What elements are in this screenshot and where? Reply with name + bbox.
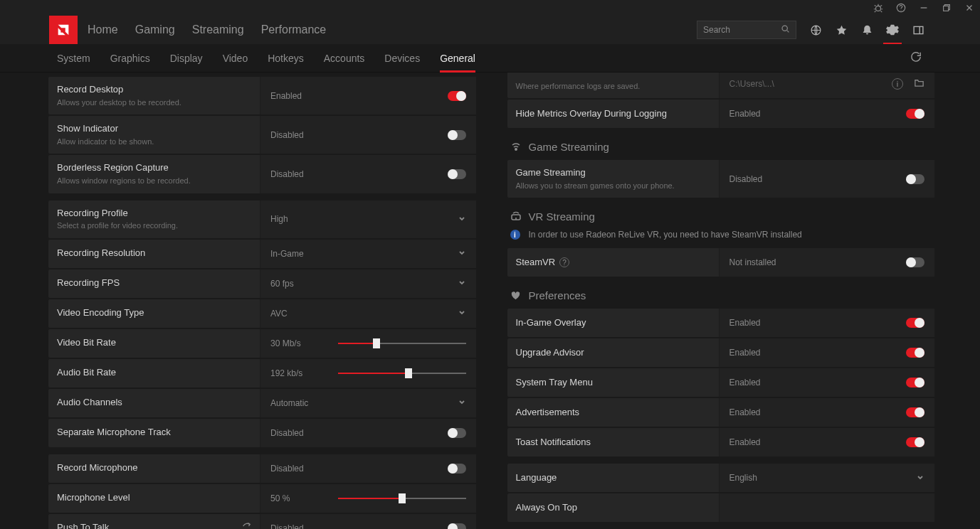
tab-graphics[interactable]: Graphics	[110, 53, 150, 64]
row-ingame-overlay: In-Game Overlay Enabled	[507, 309, 935, 337]
tab-devices[interactable]: Devices	[384, 53, 420, 64]
star-icon[interactable]	[835, 23, 848, 36]
stream-icon	[510, 141, 522, 153]
toggle-overlay[interactable]	[906, 318, 924, 328]
panel-icon[interactable]	[912, 23, 924, 36]
search-input-wrap[interactable]	[697, 21, 796, 39]
nav-streaming[interactable]: Streaming	[192, 23, 244, 36]
row-borderless-capture: Borderless Region CaptureAllows window r…	[48, 155, 476, 193]
info-icon: i	[510, 230, 520, 240]
row-recording-resolution[interactable]: Recording Resolution In-Game	[48, 240, 476, 268]
toggle-ads[interactable]	[906, 407, 924, 417]
minimize-icon[interactable]	[919, 3, 929, 13]
tab-system[interactable]: System	[57, 53, 90, 64]
chevron-down-icon	[458, 248, 466, 259]
bug-icon[interactable]	[873, 3, 883, 13]
row-show-indicator: Show IndicatorAllow indicator to be show…	[48, 116, 476, 154]
vr-icon	[510, 211, 522, 223]
chevron-down-icon	[458, 214, 466, 225]
tab-display[interactable]: Display	[170, 53, 203, 64]
slider-audio-bitrate[interactable]	[338, 368, 466, 378]
section-vr-streaming: VR Streaming	[510, 210, 935, 223]
tab-general[interactable]: General	[440, 53, 475, 64]
toggle-record-mic[interactable]	[448, 464, 466, 474]
tab-accounts[interactable]: Accounts	[324, 53, 365, 64]
row-audio-bitrate: Audio Bit Rate 192 kb/s	[48, 359, 476, 388]
tab-video[interactable]: Video	[223, 53, 248, 64]
svg-point-3	[782, 26, 787, 31]
row-always-on-top: Always On Top	[507, 493, 935, 522]
share-icon[interactable]	[241, 521, 251, 529]
row-video-encoding[interactable]: Video Encoding Type AVC	[48, 299, 476, 328]
svg-rect-2	[944, 6, 949, 11]
svg-point-0	[876, 6, 881, 11]
toggle-record-desktop[interactable]	[448, 91, 466, 101]
search-icon	[781, 24, 790, 36]
bell-icon[interactable]	[860, 23, 873, 36]
section-game-streaming: Game Streaming	[510, 141, 935, 153]
row-system-tray: System Tray Menu Enabled	[507, 368, 935, 397]
close-icon[interactable]	[964, 3, 974, 13]
toggle-game-streaming[interactable]	[906, 174, 924, 184]
row-recording-profile[interactable]: Recording ProfileSelect a profile for vi…	[48, 201, 476, 238]
heart-icon	[510, 290, 522, 301]
slider-mic-level[interactable]	[338, 493, 466, 503]
search-input[interactable]	[703, 25, 776, 35]
amd-logo[interactable]	[49, 16, 78, 44]
toggle-hide-metrics[interactable]	[906, 109, 924, 119]
info-icon[interactable]: i	[892, 78, 903, 90]
toggle-upgrade[interactable]	[906, 348, 924, 358]
row-perf-log-path: Where performance logs are saved. C:\Use…	[507, 73, 935, 98]
chevron-down-icon	[916, 473, 924, 483]
toggle-ptt[interactable]	[448, 523, 466, 529]
nav-home[interactable]: Home	[88, 23, 118, 36]
nav-gaming[interactable]: Gaming	[135, 23, 175, 36]
toggle-toast[interactable]	[906, 437, 924, 447]
section-preferences: Preferences	[510, 289, 935, 301]
toggle-borderless[interactable]	[448, 169, 466, 179]
row-upgrade-advisor: Upgrade Advisor Enabled	[507, 338, 935, 367]
row-recording-fps[interactable]: Recording FPS 60 fps	[48, 269, 476, 298]
toggle-show-indicator[interactable]	[448, 130, 466, 140]
tab-hotkeys[interactable]: Hotkeys	[268, 53, 304, 64]
row-language[interactable]: Language English	[507, 464, 935, 492]
nav-performance[interactable]: Performance	[261, 23, 327, 36]
row-mic-level: Microphone Level 50 %	[48, 484, 476, 513]
svg-rect-5	[914, 26, 923, 33]
chevron-down-icon	[458, 397, 466, 408]
help-icon[interactable]: ?	[559, 257, 569, 267]
help-icon[interactable]	[896, 3, 906, 13]
web-icon[interactable]	[809, 23, 822, 36]
toggle-separate-mic[interactable]	[448, 428, 466, 438]
row-hide-metrics: Hide Metrics Overlay During Logging Enab…	[507, 100, 935, 128]
slider-video-bitrate[interactable]	[338, 338, 466, 348]
row-steamvr: SteamVR ? Not installed	[507, 248, 935, 277]
row-game-streaming: Game StreamingAllows you to stream games…	[507, 160, 935, 198]
chevron-down-icon	[458, 308, 466, 319]
row-toast: Toast Notifications Enabled	[507, 428, 935, 456]
chevron-down-icon	[458, 278, 466, 289]
row-advertisements: Advertisements Enabled	[507, 398, 935, 427]
label-record-desktop: Record Desktop	[57, 84, 251, 96]
row-record-desktop: Record DesktopAllows your desktop to be …	[48, 77, 476, 114]
row-record-mic: Record Microphone Disabled	[48, 454, 476, 483]
row-push-to-talk: Push To Talk Disabled	[48, 514, 476, 529]
svg-point-6	[515, 148, 516, 149]
restore-icon[interactable]	[942, 3, 952, 13]
toggle-tray[interactable]	[906, 378, 924, 388]
row-video-bitrate: Video Bit Rate 30 Mb/s	[48, 329, 476, 358]
gear-icon[interactable]	[886, 23, 899, 36]
toggle-steamvr[interactable]	[906, 257, 924, 267]
row-separate-mic: Separate Microphone Track Disabled	[48, 419, 476, 447]
folder-icon[interactable]	[914, 78, 924, 90]
vr-info: i In order to use Radeon ReLive VR, you …	[510, 230, 935, 240]
row-audio-channels[interactable]: Audio Channels Automatic	[48, 389, 476, 417]
reset-icon[interactable]	[910, 51, 922, 65]
